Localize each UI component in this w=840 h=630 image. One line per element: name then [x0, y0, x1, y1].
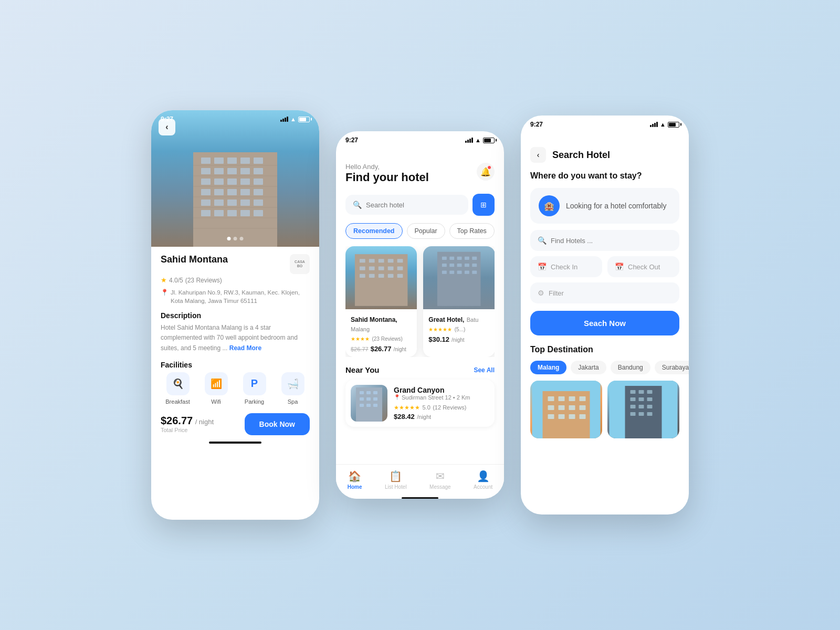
filter-box[interactable]: ⚙ Filter [530, 282, 679, 303]
card-rating-2: ★★★★★ (5...) [428, 324, 489, 333]
nav-list-hotel[interactable]: 📋 List Hotel [385, 470, 407, 490]
card-building-1 [345, 246, 417, 309]
find-hotels-input[interactable] [551, 237, 672, 245]
home-icon: 🏠 [348, 470, 361, 482]
rating-row: ★ 4.0/5 (23 Reviews) [161, 276, 310, 284]
card-price-row-2: $30.12 /night [428, 335, 489, 343]
notification-dot [487, 165, 491, 170]
near-hotel-price-row: $28.42 /night [394, 412, 470, 421]
svg-rect-47 [388, 266, 394, 270]
svg-rect-102 [631, 405, 636, 408]
home-label: Home [348, 484, 362, 490]
filter-label: Filter [549, 289, 564, 297]
battery-icon-2 [483, 138, 495, 143]
search-hotel-title: Search Hotel [552, 150, 610, 161]
search-now-button[interactable]: Seach Now [530, 311, 679, 335]
battery-icon [298, 117, 310, 122]
hotel-card-1[interactable]: Sahid Montana, Malang ★★★★ (23 Reviews) … [345, 246, 417, 357]
svg-rect-4 [240, 158, 250, 164]
greeting-text: Hello Andy, [345, 163, 429, 171]
back-button-3[interactable]: ‹ [530, 147, 546, 163]
svg-rect-57 [457, 257, 462, 260]
breakfast-icon: 🍳 [166, 372, 190, 395]
dest-image-1[interactable] [530, 381, 602, 438]
svg-rect-77 [360, 404, 364, 407]
svg-rect-65 [442, 271, 447, 274]
wifi-facility-icon: 📶 [205, 372, 228, 395]
svg-rect-46 [379, 266, 384, 270]
svg-rect-5 [254, 158, 263, 164]
svg-rect-75 [366, 397, 371, 401]
svg-rect-20 [254, 189, 263, 195]
svg-rect-78 [366, 404, 371, 407]
p2-header: Hello Andy, Find your hotel 🔔 [345, 163, 495, 192]
svg-rect-51 [379, 274, 384, 278]
search-icon-3: 🔍 [538, 236, 547, 245]
tab-recommended[interactable]: Recomended [345, 223, 403, 239]
svg-rect-8 [227, 168, 237, 174]
hotel-card-2[interactable]: Great Hotel, Batu ★★★★★ (5...) $30.12 /n… [423, 246, 495, 357]
svg-rect-19 [240, 189, 250, 195]
time-label-2: 9:27 [345, 136, 358, 144]
image-dots [227, 237, 244, 240]
near-you-title: Near You [345, 365, 379, 374]
status-icons-2: ▲ [465, 137, 495, 143]
list-icon: 📋 [389, 470, 402, 482]
svg-rect-105 [631, 412, 636, 416]
svg-rect-52 [388, 274, 394, 278]
spa-label: Spa [288, 398, 298, 405]
near-hotel-image [351, 385, 387, 422]
find-hotels-box[interactable]: 🔍 [530, 230, 679, 251]
price-block: $26.77 / night Total Price [161, 415, 214, 433]
top-destination-title: Top Destination [530, 345, 679, 354]
read-more-link[interactable]: Read More [229, 344, 261, 352]
near-header: Near You See All [345, 365, 495, 374]
svg-rect-86 [548, 405, 554, 410]
svg-rect-44 [360, 266, 365, 270]
svg-rect-101 [647, 397, 653, 401]
filter-icon: ⊞ [480, 201, 487, 209]
card-rating-1: ★★★★ (23 Reviews) [351, 333, 412, 343]
check-in-box[interactable]: 📅 Check In [530, 256, 602, 277]
hotel-cards-row: Sahid Montana, Malang ★★★★ (23 Reviews) … [345, 246, 495, 357]
near-hotel-card[interactable]: Grand Canyon 📍 Sudirman Street 12 • 2 Km… [345, 380, 495, 427]
nav-message[interactable]: ✉ Message [429, 470, 451, 490]
near-hotel-info: Grand Canyon 📍 Sudirman Street 12 • 2 Km… [394, 386, 470, 421]
dest-image-2[interactable] [607, 381, 679, 438]
see-all-link[interactable]: See All [474, 366, 495, 374]
dest-tab-surabaya[interactable]: Surabaya [655, 361, 689, 374]
parking-icon: P [243, 372, 266, 395]
dest-tab-malang[interactable]: Malang [530, 361, 566, 374]
svg-rect-76 [373, 397, 377, 401]
star-icon: ★ [161, 276, 167, 284]
search-input[interactable] [366, 201, 461, 209]
svg-rect-69 [472, 271, 477, 274]
destination-tabs: Malang Jakarta Bandung Surabaya [530, 361, 679, 374]
dest-tab-jakarta[interactable]: Jakarta [571, 361, 606, 374]
facility-wifi: 📶 Wifi [199, 372, 233, 405]
check-out-box[interactable]: 📅 Check Out [607, 256, 679, 277]
search-input-box[interactable]: 🔍 [345, 195, 468, 215]
svg-rect-6 [201, 168, 211, 174]
nav-home[interactable]: 🏠 Home [348, 470, 362, 490]
svg-rect-97 [639, 390, 644, 394]
dest-tab-bandung[interactable]: Bandung [611, 361, 650, 374]
svg-rect-56 [450, 257, 455, 260]
facilities-grid: 🍳 Breakfast 📶 Wifi P Parking 🛁 Spa [161, 372, 310, 405]
tab-popular[interactable]: Popular [407, 223, 445, 239]
calendar-icon-checkout: 📅 [615, 262, 624, 271]
svg-rect-64 [472, 264, 477, 267]
nav-account[interactable]: 👤 Account [474, 470, 492, 490]
filter-button[interactable]: ⊞ [472, 194, 495, 216]
bell-button[interactable]: 🔔 [477, 163, 495, 181]
location-card: 🏨 Looking for a hotel comfortably [530, 188, 679, 224]
dot-1 [227, 237, 231, 240]
signal-icon-3 [650, 122, 658, 127]
svg-rect-26 [201, 210, 211, 216]
battery-icon-3 [668, 122, 679, 128]
book-now-button[interactable]: Book Now [245, 413, 310, 435]
svg-rect-91 [559, 414, 565, 419]
hotel-info: Sahid Montana CASA BO ★ 4.0/5 (23 Review… [151, 247, 319, 454]
tab-top-rates[interactable]: Top Rates [449, 223, 495, 239]
facility-breakfast: 🍳 Breakfast [161, 372, 195, 405]
